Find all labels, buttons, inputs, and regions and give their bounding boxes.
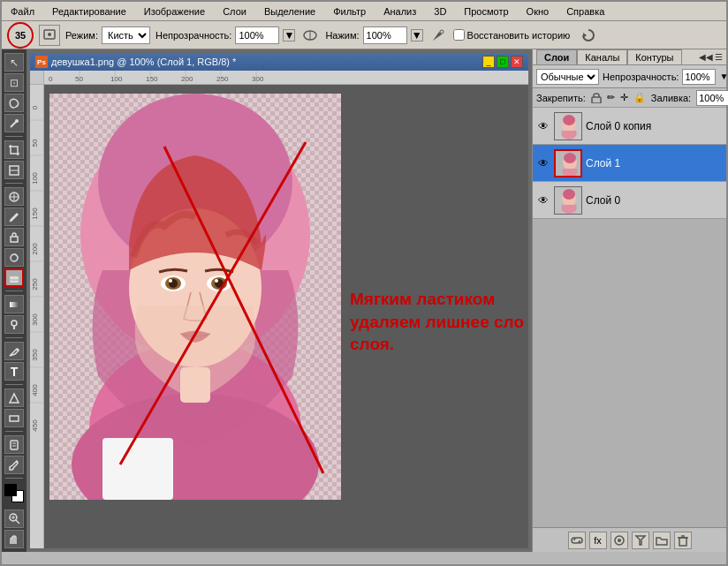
- mode-select[interactable]: Кисть: [102, 26, 150, 44]
- restore-history-checkbox[interactable]: [453, 29, 465, 41]
- tool-rect-shape[interactable]: [4, 409, 24, 427]
- svg-point-7: [15, 119, 19, 123]
- svg-point-94: [563, 189, 575, 200]
- restore-history-label[interactable]: Восстановить историю: [453, 29, 571, 41]
- menu-select[interactable]: Выделение: [259, 4, 321, 19]
- tool-path-select[interactable]: [4, 389, 24, 407]
- menu-3d[interactable]: 3D: [428, 4, 451, 19]
- adjustment-btn[interactable]: [632, 532, 649, 549]
- layers-list: 👁 Слой 0 копия 👁: [533, 108, 726, 527]
- opacity-down-arrow[interactable]: ▼: [719, 72, 728, 81]
- panel-menu-btn[interactable]: ☰: [715, 52, 723, 62]
- trash-btn[interactable]: [674, 532, 692, 549]
- tool-marquee[interactable]: ⊡: [4, 73, 24, 92]
- tool-eraser[interactable]: [4, 268, 24, 287]
- tool-notes[interactable]: [4, 435, 24, 454]
- blend-mode-select[interactable]: Обычные: [536, 69, 599, 85]
- tool-hand[interactable]: [4, 530, 24, 548]
- work-area: ↖ ⊡: [2, 49, 726, 552]
- minimize-button[interactable]: _: [482, 56, 495, 68]
- tool-move[interactable]: ↖: [4, 53, 24, 72]
- svg-rect-22: [11, 441, 18, 449]
- svg-rect-82: [102, 438, 173, 500]
- tool-zoom[interactable]: [4, 509, 24, 528]
- lock-all-btn[interactable]: 🔒: [633, 91, 646, 105]
- layer-name-0: Слой 0: [586, 194, 723, 207]
- panel-collapse-btn[interactable]: ◀◀: [699, 52, 713, 62]
- link-layers-btn[interactable]: [568, 532, 586, 549]
- tool-crop[interactable]: [4, 140, 24, 159]
- brush-size-indicator[interactable]: 35: [7, 22, 34, 49]
- doc-content: 0 50 100 150 200 250 300: [30, 71, 528, 548]
- color-selector[interactable]: [4, 484, 24, 502]
- lock-image-btn[interactable]: ✏: [607, 91, 615, 105]
- rotate-icon[interactable]: [579, 26, 598, 45]
- svg-text:0: 0: [31, 105, 39, 109]
- lock-position-btn[interactable]: ✛: [620, 91, 628, 105]
- menu-image[interactable]: Изображение: [139, 4, 210, 19]
- pressure-arrow[interactable]: ▼: [411, 29, 423, 42]
- tab-channels[interactable]: Каналы: [577, 49, 627, 64]
- ruler-corner: [30, 71, 44, 85]
- tool-eyedropper[interactable]: [4, 456, 24, 474]
- tablet-icon[interactable]: [39, 25, 60, 46]
- layers-panel-header: Слои Каналы Контуры ◀◀ ☰: [533, 49, 726, 65]
- layer-thumb-copy: [554, 112, 582, 140]
- svg-text:150: 150: [146, 75, 158, 83]
- menu-window[interactable]: Окно: [521, 4, 555, 19]
- tablet-pressure-icon[interactable]: [300, 26, 320, 45]
- layer-item-0[interactable]: 👁 Слой 0: [533, 182, 726, 219]
- tool-stamp[interactable]: [4, 228, 24, 246]
- airbrush-icon[interactable]: [428, 26, 448, 45]
- folder-btn[interactable]: [653, 532, 671, 549]
- tool-slice[interactable]: [4, 161, 24, 179]
- blend-opacity-row: Обычные Непрозрачность: ▼: [533, 65, 726, 88]
- menu-file[interactable]: Файл: [5, 4, 40, 19]
- maximize-button[interactable]: □: [497, 56, 509, 68]
- menu-help[interactable]: Справка: [561, 4, 610, 19]
- opacity-value-input[interactable]: [682, 69, 716, 85]
- tool-lasso[interactable]: [4, 94, 24, 112]
- layer-item-1[interactable]: 👁 Слой 1: [533, 145, 726, 182]
- tool-magic-wand[interactable]: [4, 114, 24, 132]
- close-button[interactable]: ✕: [511, 56, 523, 68]
- tool-history-brush[interactable]: [4, 248, 24, 267]
- svg-point-1: [48, 33, 51, 36]
- svg-point-4: [440, 30, 444, 34]
- opacity-label: Непрозрачность:: [603, 72, 679, 82]
- layer-eye-1[interactable]: 👁: [536, 156, 550, 170]
- menu-analysis[interactable]: Анализ: [378, 4, 421, 19]
- foreground-color[interactable]: [4, 484, 17, 496]
- svg-text:100: 100: [110, 75, 123, 83]
- opacity-arrow[interactable]: ▼: [283, 29, 295, 42]
- tool-dodge[interactable]: [4, 315, 24, 334]
- fill-value-input[interactable]: [696, 90, 728, 106]
- fx-btn[interactable]: fx: [589, 532, 607, 549]
- ps-icon: Ps: [35, 56, 48, 68]
- tool-brush[interactable]: [4, 208, 24, 226]
- canvas-area: 0 50 100 150 200 250 300 350 400 450: [30, 85, 528, 548]
- menu-view[interactable]: Просмотр: [459, 4, 513, 19]
- opacity-input[interactable]: [235, 26, 279, 44]
- tool-separator-7: [5, 478, 23, 479]
- svg-text:300: 300: [31, 313, 39, 326]
- layer-eye-copy[interactable]: 👁: [536, 119, 550, 133]
- layer-eye-0[interactable]: 👁: [536, 193, 550, 208]
- window-controls: _ □ ✕: [482, 56, 523, 68]
- mask-btn[interactable]: [610, 532, 628, 549]
- pressure-input[interactable]: [363, 26, 407, 44]
- menu-edit[interactable]: Редактирование: [47, 4, 132, 19]
- tool-separator-3: [5, 291, 23, 291]
- tool-healing[interactable]: [4, 187, 24, 206]
- layers-bottom-bar: fx: [533, 527, 726, 552]
- canvas-scroll[interactable]: Мягким ластиком удаляем лишнее сло слоя.: [44, 85, 528, 548]
- menu-layers[interactable]: Слои: [217, 4, 252, 19]
- tab-layers[interactable]: Слои: [536, 49, 577, 64]
- menu-filter[interactable]: Фильтр: [328, 4, 371, 19]
- tool-gradient[interactable]: [4, 295, 24, 313]
- tool-type[interactable]: T: [4, 362, 24, 381]
- lock-transparent-btn[interactable]: [591, 91, 602, 105]
- tab-paths[interactable]: Контуры: [627, 49, 681, 64]
- tool-pen[interactable]: [4, 342, 24, 360]
- layer-item-copy[interactable]: 👁 Слой 0 копия: [533, 108, 726, 145]
